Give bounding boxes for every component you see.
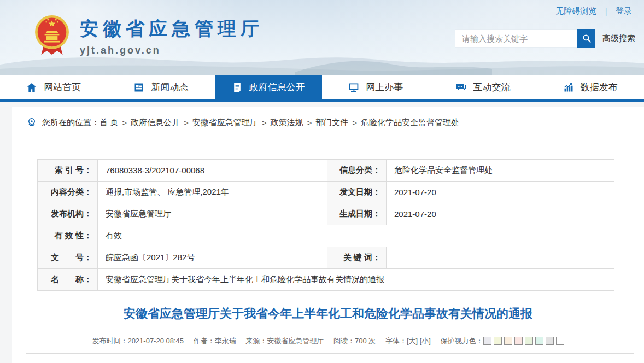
- nav-item-gov-info[interactable]: 政府信息公开: [215, 75, 322, 99]
- content-category-value: 通报,市场监管、 应急管理,2021年: [98, 182, 327, 203]
- eye-protect-swatch[interactable]: [494, 337, 502, 345]
- breadcrumb-item-policy[interactable]: 政策法规: [270, 118, 303, 128]
- issue-date-value: 2021-07-20: [387, 182, 614, 203]
- home-icon: [26, 82, 37, 93]
- national-emblem-logo: [34, 13, 70, 57]
- breadcrumb-separator: >: [352, 118, 357, 127]
- news-icon: [133, 82, 144, 93]
- info-category-value: 危险化学品安全监督管理处: [387, 160, 614, 182]
- author-value: 李永瑞: [215, 337, 236, 345]
- nav-item-label: 数据发布: [581, 81, 618, 93]
- nav-item-label: 网上办事: [366, 81, 403, 93]
- info-category-label: 信息分类：: [327, 160, 387, 182]
- eye-protect-swatch[interactable]: [546, 337, 554, 345]
- nav-item-label: 新闻动态: [151, 81, 188, 93]
- chart-icon: [563, 82, 574, 93]
- publisher-label: 发布机构：: [38, 203, 98, 225]
- index-number-label: 索 引 号：: [38, 160, 98, 182]
- breadcrumb-separator: >: [262, 118, 267, 127]
- create-date-label: 生成日期：: [327, 203, 387, 225]
- document-info-table: 索 引 号： 76080338-3/202107-00068 信息分类： 危险化…: [37, 159, 614, 291]
- eye-protect-swatch[interactable]: [535, 337, 543, 345]
- publish-time-value: 2021-07-20 08:45: [127, 337, 184, 345]
- search-button[interactable]: [577, 29, 595, 48]
- views-label: 阅读：: [333, 337, 355, 345]
- nav-item-home[interactable]: 网站首页: [0, 75, 107, 99]
- breadcrumb-item-dept-files[interactable]: 部门文件: [315, 118, 348, 128]
- login-link[interactable]: 登录: [616, 6, 632, 15]
- topbar-separator: ｜: [602, 6, 610, 15]
- eye-protect-swatch[interactable]: [483, 337, 491, 345]
- doc-title-value: 安徽省应急管理厅关于我省今年上半年化工和危险化学品事故有关情况的通报: [98, 269, 614, 291]
- source-label: 来源：: [245, 337, 267, 345]
- eye-protect-swatches: [483, 337, 564, 345]
- breadcrumb-separator: >: [307, 118, 312, 127]
- accessibility-link[interactable]: 无障碍浏览: [555, 6, 596, 15]
- keywords-value: [387, 247, 614, 269]
- breadcrumb-item-department[interactable]: 安徽省应急管理厅: [192, 118, 258, 128]
- create-date-value: 2021-07-20: [387, 203, 614, 225]
- table-row: 有 效 性： 有效: [38, 225, 614, 247]
- advanced-search-link[interactable]: 高级搜索: [602, 33, 635, 44]
- nav-item-label: 政府信息公开: [249, 81, 305, 93]
- nav-item-online-service[interactable]: 网上办事: [322, 75, 429, 99]
- document-icon: [232, 82, 243, 93]
- table-row: 名 称： 安徽省应急管理厅关于我省今年上半年化工和危险化学品事故有关情况的通报: [38, 269, 614, 291]
- content-card: 您所在的位置： 首 页 > 政府信息公开 > 安徽省应急管理厅 > 政策法规 >…: [12, 107, 644, 363]
- issue-date-label: 发文日期：: [327, 182, 387, 203]
- content-category-label: 内容分类：: [38, 182, 98, 203]
- doc-number-value: 皖应急函〔2021〕282号: [98, 247, 327, 269]
- doc-title-label: 名 称：: [38, 269, 98, 291]
- search-area: 高级搜索: [455, 29, 635, 48]
- article-divider: [26, 353, 634, 354]
- font-larger-button[interactable]: [大]: [407, 337, 418, 345]
- site-title: 安徽省应急管理厅: [80, 16, 264, 42]
- brand-text: 安徽省应急管理厅 yjt.ah.gov.cn: [80, 13, 264, 56]
- views-value: 700 次: [355, 337, 376, 345]
- font-smaller-button[interactable]: [小]: [420, 337, 431, 345]
- nav-item-label: 网站首页: [44, 81, 81, 93]
- eye-protect-swatch[interactable]: [525, 337, 533, 345]
- breadcrumb-prefix: 您所在的位置：: [42, 118, 99, 128]
- eye-protect-swatch[interactable]: [504, 337, 512, 345]
- breadcrumb-separator: >: [122, 118, 127, 127]
- table-row: 发布机构： 安徽省应急管理厅 生成日期： 2021-07-20: [38, 203, 614, 225]
- location-pin-icon: [26, 117, 37, 128]
- site-brand: 安徽省应急管理厅 yjt.ah.gov.cn: [34, 13, 264, 57]
- publish-time-label: 发布时间：: [92, 337, 127, 345]
- eye-protect-swatch[interactable]: [514, 337, 523, 345]
- article-meta: 发布时间：2021-07-20 08:45 作者：李永瑞 来源：安徽省应急管理厅…: [12, 336, 644, 346]
- search-input[interactable]: [455, 29, 577, 48]
- nav-item-label: 互动交流: [473, 81, 510, 93]
- publisher-value: 安徽省应急管理厅: [98, 203, 327, 225]
- breadcrumb-item-gov-info[interactable]: 政府信息公开: [131, 118, 180, 128]
- doc-number-label: 文 号：: [38, 247, 98, 269]
- index-number-value: 76080338-3/202107-00068: [98, 160, 327, 182]
- search-icon: [582, 33, 592, 43]
- nav-item-news[interactable]: 新闻动态: [107, 75, 214, 99]
- site-url: yjt.ah.gov.cn: [80, 45, 264, 56]
- eye-protect-swatch[interactable]: [556, 337, 564, 345]
- nav-item-interaction[interactable]: 互动交流: [429, 75, 536, 99]
- article-title: 安徽省应急管理厅关于我省今年上半年化工和危险化学品事故有关情况的通报: [12, 306, 644, 322]
- validity-value: 有效: [98, 225, 614, 247]
- breadcrumb-item-home[interactable]: 首 页: [99, 118, 118, 128]
- chat-icon: [455, 82, 466, 93]
- keywords-label: 关 键 词：: [327, 247, 387, 269]
- breadcrumb-separator: >: [184, 118, 189, 127]
- font-size-label: 字体：: [385, 337, 407, 345]
- monitor-icon: [348, 82, 359, 93]
- table-row: 索 引 号： 76080338-3/202107-00068 信息分类： 危险化…: [38, 160, 614, 182]
- nav-underline: [0, 99, 644, 102]
- breadcrumb: 您所在的位置： 首 页 > 政府信息公开 > 安徽省应急管理厅 > 政策法规 >…: [12, 107, 644, 138]
- site-header: 无障碍浏览｜登录 安徽省应急管理厅 yjt.ah.gov.cn: [0, 0, 644, 75]
- eye-protect-label: 保护视力色：: [441, 337, 483, 345]
- breadcrumb-item-hazchem[interactable]: 危险化学品安全监督管理处: [361, 118, 459, 128]
- main-nav: 网站首页 新闻动态 政府信息公开 网上办事 互动交流 数据发布: [0, 75, 644, 99]
- topbar: 无障碍浏览｜登录: [555, 6, 632, 16]
- nav-item-data[interactable]: 数据发布: [537, 75, 644, 99]
- author-label: 作者：: [194, 337, 215, 345]
- validity-label: 有 效 性：: [38, 225, 98, 247]
- table-row: 文 号： 皖应急函〔2021〕282号 关 键 词：: [38, 247, 614, 269]
- source-value: 安徽省应急管理厅: [267, 337, 324, 345]
